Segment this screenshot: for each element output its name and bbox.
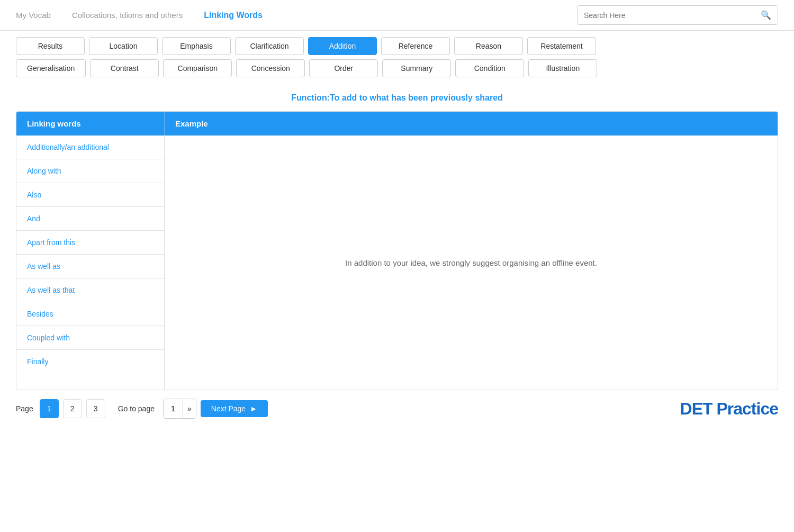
cat-generalisation[interactable]: Generalisation <box>16 59 86 77</box>
words-column: Additionally/an additional Along with Al… <box>16 136 165 390</box>
category-row-1: Results Location Emphasis Clarification … <box>16 37 778 55</box>
cat-restatement[interactable]: Restatement <box>527 37 596 55</box>
goto-arrow-button[interactable]: » <box>183 399 196 418</box>
cat-results[interactable]: Results <box>16 37 85 55</box>
list-item[interactable]: Besides <box>16 302 164 326</box>
cat-comparison[interactable]: Comparison <box>163 59 232 77</box>
list-item[interactable]: Also <box>16 183 164 207</box>
nav-my-vocab[interactable]: My Vocab <box>16 11 51 20</box>
col-header-words: Linking words <box>16 112 165 136</box>
page-btn-2[interactable]: 2 <box>63 399 82 418</box>
page-btn-1[interactable]: 1 <box>40 399 59 418</box>
cat-summary[interactable]: Summary <box>382 59 451 77</box>
search-button[interactable]: 🔍 <box>754 6 778 24</box>
goto-input-container: » <box>163 399 196 419</box>
linking-words-table: Linking words Example Additionally/an ad… <box>16 111 778 390</box>
page-label: Page <box>16 404 33 413</box>
cat-concession[interactable]: Concession <box>236 59 305 77</box>
search-container: 🔍 <box>577 5 778 25</box>
cat-reference[interactable]: Reference <box>381 37 450 55</box>
list-item[interactable]: Coupled with <box>16 326 164 350</box>
cat-order[interactable]: Order <box>309 59 378 77</box>
next-page-arrow-icon: ► <box>250 404 257 413</box>
list-item[interactable]: Finally <box>16 350 164 373</box>
cat-illustration[interactable]: Illustration <box>528 59 597 77</box>
list-item[interactable]: As well as that <box>16 278 164 302</box>
cat-condition[interactable]: Condition <box>455 59 524 77</box>
goto-input[interactable] <box>164 399 183 418</box>
nav-collocations[interactable]: Collocations, Idioms and others <box>72 11 183 20</box>
table-body: Additionally/an additional Along with Al… <box>16 136 778 390</box>
table-header: Linking words Example <box>16 112 778 136</box>
cat-reason[interactable]: Reason <box>454 37 523 55</box>
pagination-left: Page 1 2 3 Go to page » Next Page ► <box>16 399 268 419</box>
goto-label: Go to page <box>118 404 155 413</box>
function-description: Function:To add to what has been previou… <box>0 88 794 111</box>
page-btn-3[interactable]: 3 <box>86 399 105 418</box>
categories: Results Location Emphasis Clarification … <box>0 31 794 88</box>
example-text: In addition to your idea, we strongly su… <box>345 258 597 267</box>
header-nav: My Vocab Collocations, Idioms and others… <box>16 11 556 20</box>
header: My Vocab Collocations, Idioms and others… <box>0 0 794 31</box>
det-logo-part2: Practice <box>712 399 778 418</box>
next-page-label: Next Page <box>211 404 246 413</box>
next-page-button[interactable]: Next Page ► <box>201 400 268 417</box>
search-input[interactable] <box>578 7 754 24</box>
cat-clarification[interactable]: Clarification <box>235 37 304 55</box>
list-item[interactable]: Along with <box>16 159 164 183</box>
list-item[interactable]: And <box>16 207 164 231</box>
list-item[interactable]: As well as <box>16 255 164 278</box>
list-item[interactable]: Additionally/an additional <box>16 136 164 159</box>
list-item[interactable]: Apart from this <box>16 231 164 255</box>
cat-location[interactable]: Location <box>89 37 158 55</box>
nav-linking-words[interactable]: Linking Words <box>204 11 263 20</box>
det-logo-part1: DET <box>680 399 712 418</box>
cat-addition[interactable]: Addition <box>308 37 377 55</box>
col-header-example: Example <box>165 112 778 136</box>
example-column: In addition to your idea, we strongly su… <box>165 136 778 390</box>
pagination: Page 1 2 3 Go to page » Next Page ► DET … <box>0 390 794 427</box>
cat-emphasis[interactable]: Emphasis <box>162 37 231 55</box>
category-row-2: Generalisation Contrast Comparison Conce… <box>16 59 778 77</box>
det-practice-logo: DET Practice <box>680 399 778 419</box>
cat-contrast[interactable]: Contrast <box>90 59 159 77</box>
